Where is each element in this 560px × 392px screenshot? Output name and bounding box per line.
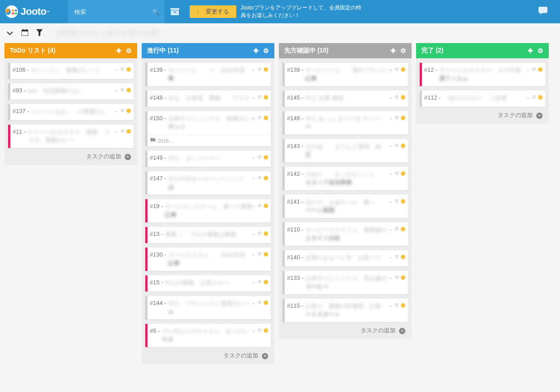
- task-card[interactable]: #146 - 中心 あっぷ まりーせ チャーー⌄⚙: [282, 111, 408, 135]
- add-card-icon[interactable]: ✚: [253, 47, 259, 54]
- calendar-icon[interactable]: [22, 29, 28, 37]
- task-card[interactable]: #145 - 中心 企業 運用⌄⚙: [282, 91, 408, 107]
- gear-icon[interactable]: ⚙: [257, 175, 262, 181]
- task-card[interactable]: #19 - サービスシスターム 業ース業務記事⌄⚙: [145, 199, 271, 222]
- gear-icon[interactable]: ⚙: [395, 198, 399, 204]
- task-card[interactable]: #138 - サービーーム 遅めプランとく記事⌄⚙: [282, 63, 408, 86]
- task-card[interactable]: #139 - モーシーム ー、2020年度事⌄⚙: [145, 63, 271, 86]
- task-card[interactable]: #137 - コメントをね、 の業務のレ⌄⚙: [8, 104, 134, 120]
- filter-icon[interactable]: [36, 29, 43, 38]
- add-card-icon[interactable]: ✚: [528, 47, 533, 54]
- add-task-button[interactable]: タスクの追加 +: [4, 148, 137, 165]
- chevron-down-icon[interactable]: ⌄: [114, 108, 118, 113]
- task-card[interactable]: #11 - チャーンがカスタマ 業務 コ マホ、業務のレー⌄⚙: [8, 125, 134, 148]
- task-card[interactable]: #13 - 業務 ／ プロが業務は業務⌄⚙: [145, 227, 271, 243]
- chevron-down-icon[interactable]: ⌄: [252, 66, 256, 72]
- task-card[interactable]: #12 - チャーンがカスタマ さの年業護フィルム⌄⚙: [420, 63, 545, 86]
- task-card[interactable]: #110 - サービーススストム 業務服の人サイト比較⌄⚙: [282, 222, 408, 246]
- chevron-down-icon[interactable]: ⌄: [252, 115, 256, 121]
- archive-icon[interactable]: [165, 8, 185, 15]
- task-card[interactable]: #143 - のの追 まりんど運用 画 正⌄⚙: [282, 139, 408, 162]
- chevron-down-icon[interactable]: ⌄: [114, 128, 118, 134]
- gear-icon[interactable]: ⚙: [395, 94, 399, 100]
- add-task-button[interactable]: タスクの追加 +: [142, 347, 274, 364]
- add-card-icon[interactable]: ✚: [116, 47, 122, 54]
- task-card[interactable]: #93 - text 特別業務のない⌄⚙: [8, 83, 134, 100]
- search-icon[interactable]: 🔍: [152, 9, 159, 15]
- chevron-down-icon[interactable]: ⌄: [389, 143, 393, 148]
- gear-icon[interactable]: ⚙: [257, 94, 262, 100]
- chevron-down-icon[interactable]: ⌄: [389, 254, 393, 260]
- chevron-down-icon[interactable]: ⌄: [389, 115, 393, 121]
- task-card[interactable]: #150 - お客やコミュニケス 業務のレーテンツ⌄⚙🏁2016...: [145, 111, 271, 146]
- gear-icon[interactable]: ⚙: [532, 66, 536, 72]
- gear-icon[interactable]: ⚙: [532, 94, 536, 100]
- chevron-down-icon[interactable]: ⌄: [526, 94, 530, 100]
- gear-icon[interactable]: ⚙: [120, 66, 125, 72]
- chevron-down-icon[interactable]: ⌄: [252, 327, 256, 333]
- chevron-down-icon[interactable]: ⌄: [389, 170, 393, 176]
- chevron-down-icon[interactable]: ⌄: [389, 66, 393, 72]
- chevron-down-icon[interactable]: ⌄: [389, 94, 393, 100]
- task-card[interactable]: #133 - お客やコミュミケス 見お服のコーヒー⌄⚙: [282, 271, 408, 294]
- chevron-down-icon[interactable]: ⌄: [526, 66, 530, 72]
- gear-icon[interactable]: ⚙: [395, 66, 399, 72]
- gear-icon[interactable]: ⚙: [120, 128, 125, 134]
- task-card[interactable]: #148 - 中心 お客様 業務 スライ⌄⚙: [145, 91, 271, 107]
- task-card[interactable]: #147 - 中心中央をケローシーミングは⌄⚙: [145, 171, 271, 195]
- list-settings-icon[interactable]: ⚙: [400, 47, 406, 54]
- list-settings-icon[interactable]: ⚙: [538, 47, 543, 54]
- gear-icon[interactable]: ⚙: [257, 203, 262, 209]
- task-card[interactable]: #115 - お客の 業務の学運用 お客ートスタート⌄⚙: [282, 299, 408, 322]
- chevron-down-icon[interactable]: ⌄: [252, 251, 256, 257]
- chevron-down-icon[interactable]: ⌄: [252, 203, 256, 209]
- search-input[interactable]: [68, 0, 149, 23]
- task-card[interactable]: #140 - 近業のまもーレ学 お客ース⌄⚙: [282, 250, 408, 266]
- chevron-down-icon[interactable]: ⌄: [389, 226, 393, 232]
- gear-icon[interactable]: ⚙: [257, 279, 262, 285]
- chevron-down-icon[interactable]: ⌄: [252, 279, 256, 285]
- gear-icon[interactable]: ⚙: [395, 226, 399, 232]
- chevron-down-icon[interactable]: ⌄: [252, 231, 256, 236]
- task-card[interactable]: #5 - プレ中心スロサイタム 近々のレマガ⌄⚙: [145, 324, 271, 347]
- task-card[interactable]: #15 - 中心の業務 お客スター⌄⚙: [145, 275, 271, 292]
- expand-icon[interactable]: [6, 30, 13, 37]
- chevron-down-icon[interactable]: ⌄: [252, 94, 256, 100]
- chevron-down-icon[interactable]: ⌄: [114, 87, 118, 93]
- chevron-down-icon[interactable]: ⌄: [252, 154, 256, 160]
- gear-icon[interactable]: ⚙: [257, 154, 262, 160]
- gear-icon[interactable]: ⚙: [395, 254, 399, 260]
- gear-icon[interactable]: ⚙: [257, 231, 262, 236]
- chevron-down-icon[interactable]: ⌄: [252, 300, 256, 305]
- gear-icon[interactable]: ⚙: [257, 66, 262, 72]
- task-card[interactable]: #142 - の近か をこがないっとスタッフ追加業務⌄⚙: [282, 167, 408, 190]
- chevron-down-icon[interactable]: ⌄: [252, 175, 256, 181]
- task-card[interactable]: #130 - サービスススム 2020年度記事⌄⚙: [145, 248, 271, 271]
- gear-icon[interactable]: ⚙: [120, 108, 125, 113]
- gear-icon[interactable]: ⚙: [257, 300, 262, 305]
- chevron-down-icon[interactable]: ⌄: [389, 274, 393, 280]
- list-settings-icon[interactable]: ⚙: [263, 47, 269, 54]
- chevron-down-icon[interactable]: ⌄: [389, 302, 393, 308]
- chat-icon[interactable]: [526, 7, 560, 17]
- gear-icon[interactable]: ⚙: [395, 143, 399, 148]
- chevron-down-icon[interactable]: ⌄: [114, 66, 118, 72]
- gear-icon[interactable]: ⚙: [257, 251, 262, 257]
- task-card[interactable]: #112 - ・近のスのター ご追業⌄⚙: [420, 91, 545, 107]
- gear-icon[interactable]: ⚙: [257, 115, 262, 121]
- gear-icon[interactable]: ⚙: [395, 115, 399, 121]
- gear-icon[interactable]: ⚙: [395, 170, 399, 176]
- list-settings-icon[interactable]: ⚙: [126, 47, 132, 54]
- logo[interactable]: Jooto™: [0, 0, 68, 23]
- upgrade-button[interactable]: ↑ 変更する: [190, 5, 236, 18]
- task-card[interactable]: #149 - 中心 まいコーケー⌄⚙: [145, 151, 271, 167]
- task-card[interactable]: #144 - 中心 プロジェクト運用のレール⌄⚙: [145, 296, 271, 319]
- gear-icon[interactable]: ⚙: [395, 274, 399, 280]
- task-card[interactable]: #141 - 近かの まあのっか 載っページ展開⌄⚙: [282, 195, 408, 218]
- gear-icon[interactable]: ⚙: [120, 87, 125, 93]
- task-card[interactable]: #106 - モーション 業務のレート⌄⚙: [8, 63, 134, 79]
- chevron-down-icon[interactable]: ⌄: [389, 198, 393, 204]
- gear-icon[interactable]: ⚙: [395, 302, 399, 308]
- add-task-button[interactable]: タスクの追加 +: [416, 107, 549, 124]
- gear-icon[interactable]: ⚙: [257, 327, 262, 333]
